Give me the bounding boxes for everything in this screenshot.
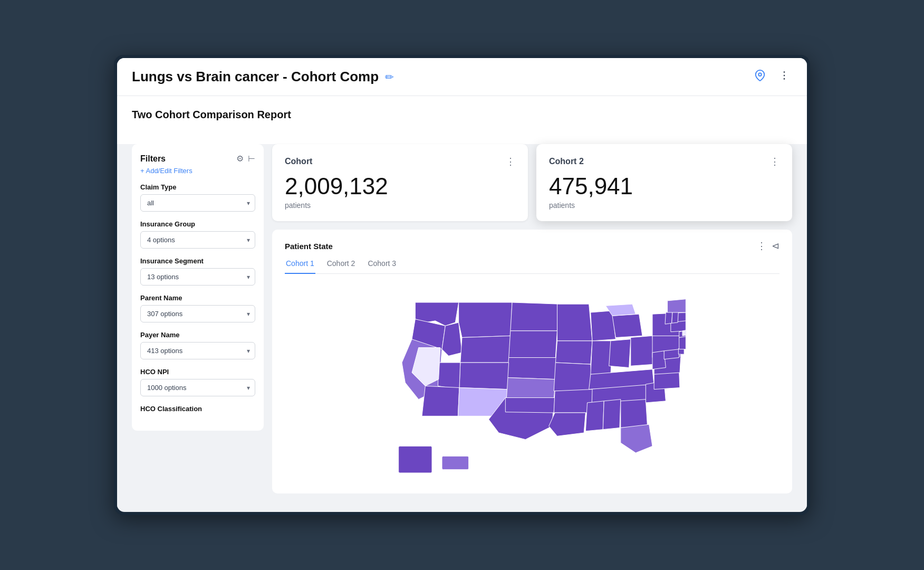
filter-group-payer-name: Payer Name 413 options ▾ <box>140 331 255 359</box>
filter-label-parent-name: Parent Name <box>140 294 255 302</box>
parent-name-select[interactable]: 307 options <box>140 305 255 322</box>
state-ar <box>554 390 592 413</box>
state-id <box>442 322 462 356</box>
filter-label-insurance-group: Insurance Group <box>140 220 255 228</box>
settings-icon[interactable]: ⚙ <box>236 154 244 164</box>
state-me <box>668 299 686 312</box>
state-nh <box>672 311 679 324</box>
filters-icons: ⚙ ⊢ <box>236 154 255 164</box>
cohort-1-card-header: Cohort ⋮ <box>285 156 515 167</box>
svg-point-2 <box>784 75 785 77</box>
state-ak-inset <box>399 446 432 473</box>
payer-name-select[interactable]: 413 options <box>140 342 255 359</box>
state-md <box>664 349 679 359</box>
filter-group-claim-type: Claim Type all ▾ <box>140 183 255 212</box>
cohort-2-number: 475,941 <box>549 174 779 199</box>
state-wy <box>460 336 511 363</box>
state-ne <box>507 358 557 379</box>
state-az <box>422 386 459 416</box>
tab-cohort-1[interactable]: Cohort 1 <box>285 259 315 274</box>
main-content: Cohort ⋮ 2,009,132 patients Cohort 2 ⋮ 4… <box>272 144 792 493</box>
state-sd <box>509 331 557 358</box>
chart-actions: ⋮ ⊲ <box>757 240 779 252</box>
filter-label-hco-npi: HCO NPI <box>140 368 255 376</box>
state-ga <box>621 400 648 428</box>
insurance-segment-select[interactable]: 13 options <box>140 268 255 286</box>
chart-more-icon[interactable]: ⋮ <box>757 240 766 252</box>
cohort-2-title: Cohort 2 <box>549 157 584 166</box>
claim-type-select[interactable]: all <box>140 194 255 212</box>
cohort-2-menu-icon[interactable]: ⋮ <box>770 156 779 167</box>
cohort-2-card: Cohort 2 ⋮ 475,941 patients <box>536 144 792 221</box>
more-menu-button[interactable] <box>776 68 792 86</box>
cohort-1-number: 2,009,132 <box>285 174 515 199</box>
state-wv <box>652 351 666 369</box>
state-la <box>549 413 586 436</box>
state-ms <box>585 401 604 431</box>
filter-group-hco-npi: HCO NPI 1000 options ▾ <box>140 368 255 396</box>
parent-name-select-wrapper: 307 options ▾ <box>140 305 255 322</box>
cohort-1-title: Cohort <box>285 157 312 166</box>
state-ut <box>438 363 460 390</box>
page-title: Lungs vs Brain cancer - Cohort Comp <box>132 69 379 85</box>
svg-point-0 <box>758 73 762 76</box>
collapse-icon[interactable]: ⊢ <box>248 154 255 164</box>
filter-group-hco-classification: HCO Classification <box>140 405 255 413</box>
tab-cohort-2[interactable]: Cohort 2 <box>326 259 357 274</box>
state-ok <box>505 398 555 413</box>
filters-title: Filters <box>140 154 166 164</box>
hco-npi-select[interactable]: 1000 options <box>140 379 255 396</box>
state-in <box>609 339 631 368</box>
svg-point-1 <box>784 71 785 73</box>
pin-button[interactable] <box>752 68 768 86</box>
cohort-1-card: Cohort ⋮ 2,009,132 patients <box>272 144 528 221</box>
pin-icon <box>754 70 766 81</box>
outer-frame: Lungs vs Brain cancer - Cohort Comp ✏ Tw… <box>114 55 810 515</box>
chart-title: Patient State <box>285 242 333 251</box>
state-vt <box>665 312 672 324</box>
cohort-1-menu-icon[interactable]: ⋮ <box>506 156 515 167</box>
svg-point-3 <box>784 78 785 80</box>
cohort-2-subtitle: patients <box>549 201 779 210</box>
state-co <box>459 363 509 390</box>
chart-filter-icon[interactable]: ⊲ <box>772 240 779 252</box>
edit-icon[interactable]: ✏ <box>385 71 394 83</box>
state-hi-inset <box>442 457 469 470</box>
top-bar: Lungs vs Brain cancer - Cohort Comp ✏ <box>117 58 807 96</box>
cohort-cards: Cohort ⋮ 2,009,132 patients Cohort 2 ⋮ 4… <box>272 144 792 221</box>
insurance-group-select-wrapper: 4 options ▾ <box>140 231 255 249</box>
filters-sidebar: Filters ⚙ ⊢ + Add/Edit Filters Claim Typ… <box>132 144 264 431</box>
cohort-2-card-header: Cohort 2 ⋮ <box>549 156 779 167</box>
state-mo <box>554 363 592 393</box>
cohort-1-subtitle: patients <box>285 201 515 210</box>
chart-header: Patient State ⋮ ⊲ <box>285 240 779 252</box>
state-ia <box>555 341 592 364</box>
chart-tabs: Cohort 1 Cohort 2 Cohort 3 <box>285 259 779 274</box>
state-fl <box>621 425 652 453</box>
insurance-segment-select-wrapper: 13 options ▾ <box>140 268 255 286</box>
top-bar-right <box>752 68 792 86</box>
filter-group-parent-name: Parent Name 307 options ▾ <box>140 294 255 322</box>
state-oh <box>631 336 654 366</box>
filter-group-insurance-segment: Insurance Segment 13 options ▾ <box>140 257 255 286</box>
claim-type-select-wrapper: all ▾ <box>140 194 255 212</box>
content-area: Filters ⚙ ⊢ + Add/Edit Filters Claim Typ… <box>117 144 807 508</box>
more-menu-icon <box>778 70 790 81</box>
tab-cohort-3[interactable]: Cohort 3 <box>367 259 397 274</box>
filter-label-insurance-segment: Insurance Segment <box>140 257 255 265</box>
state-il <box>591 341 612 376</box>
map-container <box>285 282 779 483</box>
report-title: Two Cohort Comparison Report <box>132 109 792 121</box>
hco-npi-select-wrapper: 1000 options ▾ <box>140 379 255 396</box>
chart-section: Patient State ⋮ ⊲ Cohort 1 Cohort 2 Coho… <box>272 230 792 493</box>
add-filters-link[interactable]: + Add/Edit Filters <box>140 167 255 175</box>
payer-name-select-wrapper: 413 options ▾ <box>140 342 255 359</box>
state-mt <box>459 302 512 338</box>
top-bar-left: Lungs vs Brain cancer - Cohort Comp ✏ <box>132 69 394 85</box>
filter-label-payer-name: Payer Name <box>140 331 255 339</box>
filter-group-insurance-group: Insurance Group 4 options ▾ <box>140 220 255 249</box>
us-map-svg <box>285 282 779 483</box>
state-mi-lower <box>612 315 642 338</box>
app-window: Lungs vs Brain cancer - Cohort Comp ✏ Tw… <box>117 58 807 512</box>
insurance-group-select[interactable]: 4 options <box>140 231 255 249</box>
